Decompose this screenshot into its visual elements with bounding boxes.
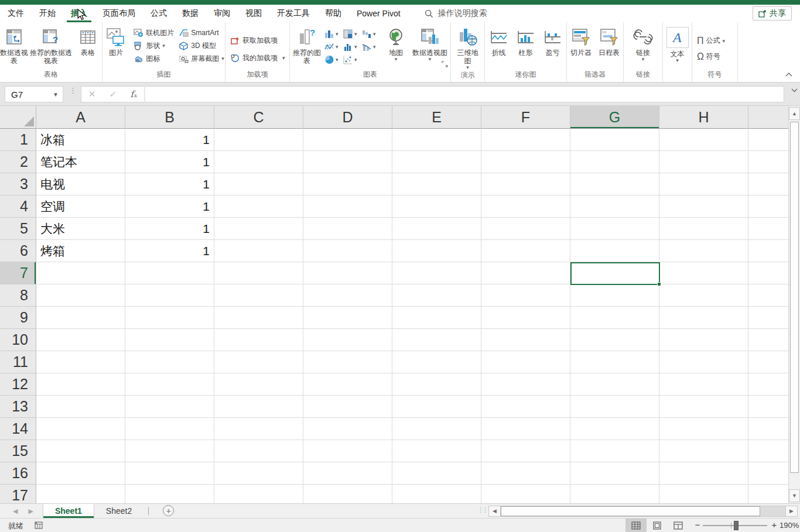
new-sheet-button[interactable]: +	[163, 505, 174, 516]
insert-combo-chart-button[interactable]: ▾	[362, 42, 381, 52]
cell-C5[interactable]	[214, 218, 303, 240]
cell-H1[interactable]	[659, 129, 748, 151]
cell-H16[interactable]	[659, 462, 748, 485]
insert-pie-chart-button[interactable]: ▾	[324, 55, 343, 64]
symbol-button[interactable]: Ω 符号	[697, 52, 720, 62]
equation-button[interactable]: Π 公式 ▾	[697, 36, 725, 46]
row-header-17[interactable]: 17	[0, 485, 36, 503]
cell-H8[interactable]	[659, 284, 748, 307]
cell-D14[interactable]	[303, 418, 392, 440]
tab-file[interactable]: 文件	[0, 5, 32, 22]
link-button[interactable]: 链接 ▾	[629, 25, 657, 61]
cell-E17[interactable]	[392, 485, 481, 503]
column-header-G[interactable]: G	[570, 106, 659, 129]
row-header-3[interactable]: 3	[0, 173, 36, 195]
screenshot-button[interactable]: 屏幕截图 ▾	[179, 53, 224, 64]
cell-F13[interactable]	[481, 396, 570, 418]
tab-power-pivot[interactable]: Power Pivot	[349, 5, 408, 22]
cell-D9[interactable]	[303, 307, 392, 329]
scrollbar-resize-handle[interactable]: ⋮⋮	[477, 506, 487, 514]
column-header-D[interactable]: D	[303, 106, 392, 129]
cell-H4[interactable]	[659, 195, 748, 218]
cell-A1[interactable]: 冰箱	[36, 129, 125, 151]
cell-F12[interactable]	[481, 373, 570, 396]
horizontal-scrollbar-track[interactable]	[501, 506, 785, 517]
column-header-F[interactable]: F	[481, 106, 570, 129]
cell-B12[interactable]	[125, 373, 214, 396]
cell-C11[interactable]	[214, 351, 303, 373]
cell-B2[interactable]: 1	[125, 151, 214, 173]
cell-D1[interactable]	[303, 129, 392, 151]
row-header-10[interactable]: 10	[0, 329, 36, 351]
tab-developer[interactable]: 开发工具	[269, 5, 317, 22]
cell-F14[interactable]	[481, 418, 570, 440]
cell-partial-2[interactable]	[748, 151, 788, 173]
cell-partial-8[interactable]	[748, 284, 788, 307]
cell-partial-6[interactable]	[748, 240, 788, 262]
cell-C8[interactable]	[214, 284, 303, 307]
cell-E8[interactable]	[392, 284, 481, 307]
sheet-tab-sheet2[interactable]: Sheet2	[94, 504, 143, 518]
row-header-14[interactable]: 14	[0, 418, 36, 440]
cell-A2[interactable]: 笔记本	[36, 151, 125, 173]
cell-G12[interactable]	[570, 373, 659, 396]
cell-A12[interactable]	[36, 373, 125, 396]
cell-A15[interactable]	[36, 440, 125, 462]
recommended-charts-button[interactable]: ? 推荐的图表	[292, 25, 322, 65]
horizontal-scrollbar-thumb[interactable]	[501, 506, 760, 516]
cell-H12[interactable]	[659, 373, 748, 396]
cell-B16[interactable]	[125, 462, 214, 485]
pictures-button[interactable]: 图片	[103, 25, 129, 57]
share-button[interactable]: 共享	[753, 6, 792, 20]
cell-D6[interactable]	[303, 240, 392, 262]
tab-data[interactable]: 数据	[175, 5, 206, 22]
cell-B10[interactable]	[125, 329, 214, 351]
cell-C6[interactable]	[214, 240, 303, 262]
cell-D7[interactable]	[303, 262, 392, 284]
fill-handle[interactable]	[657, 282, 661, 286]
cell-C16[interactable]	[214, 462, 303, 485]
cell-E5[interactable]	[392, 218, 481, 240]
cell-F10[interactable]	[481, 329, 570, 351]
cell-D13[interactable]	[303, 396, 392, 418]
cell-G2[interactable]	[570, 151, 659, 173]
cell-A10[interactable]	[36, 329, 125, 351]
cell-F6[interactable]	[481, 240, 570, 262]
get-addins-button[interactable]: 获取加载项	[230, 35, 278, 46]
charts-dialog-launcher[interactable]	[441, 60, 449, 68]
sheet-prev-icon[interactable]: ◀	[13, 507, 18, 515]
cell-F15[interactable]	[481, 440, 570, 462]
cell-partial-7[interactable]	[748, 262, 788, 284]
enter-icon[interactable]: ✓	[110, 89, 117, 99]
cell-H14[interactable]	[659, 418, 748, 440]
cell-F16[interactable]	[481, 462, 570, 485]
cell-A16[interactable]	[36, 462, 125, 485]
cell-A17[interactable]	[36, 485, 125, 503]
record-macro-icon[interactable]	[34, 521, 43, 530]
column-header-partial[interactable]	[748, 106, 788, 129]
cell-D15[interactable]	[303, 440, 392, 462]
3d-map-button[interactable]: 三维地图 ▾	[453, 25, 483, 70]
cell-B6[interactable]: 1	[125, 240, 214, 262]
cell-A7[interactable]	[36, 262, 125, 284]
pivotchart-button[interactable]: 数据透视图 ▾	[411, 25, 449, 61]
column-header-B[interactable]: B	[125, 106, 214, 129]
column-header-C[interactable]: C	[214, 106, 303, 129]
insert-statistic-chart-button[interactable]: ▾	[343, 42, 362, 52]
cell-D5[interactable]	[303, 218, 392, 240]
cell-E15[interactable]	[392, 440, 481, 462]
sheet-next-icon[interactable]: ▶	[28, 507, 33, 515]
cell-A3[interactable]: 电视	[36, 173, 125, 195]
slicer-button[interactable]: 切片器	[569, 25, 593, 57]
cell-E2[interactable]	[392, 151, 481, 173]
cell-partial-11[interactable]	[748, 351, 788, 373]
tab-review[interactable]: 审阅	[206, 5, 238, 22]
sparkline-line-button[interactable]: 折线	[488, 25, 510, 57]
table-button[interactable]: 表格	[74, 25, 102, 57]
cell-C9[interactable]	[214, 307, 303, 329]
my-addins-button[interactable]: 我的加载项 ▾	[230, 53, 285, 63]
cell-E1[interactable]	[392, 129, 481, 151]
cell-G4[interactable]	[570, 195, 659, 218]
row-header-13[interactable]: 13	[0, 396, 36, 418]
cell-B7[interactable]	[125, 262, 214, 284]
